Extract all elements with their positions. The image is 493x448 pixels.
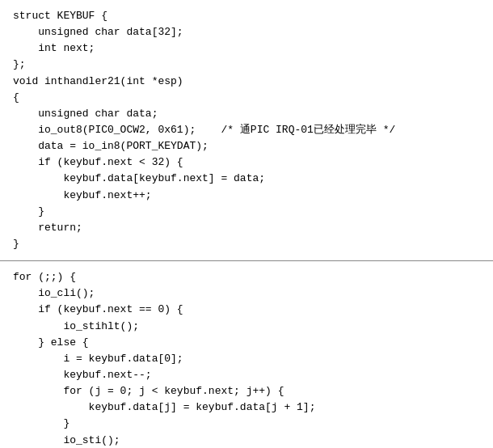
top-code-block: struct KEYBUF { unsigned char data[32]; … (0, 0, 493, 261)
bottom-code-block: for (;;) { io_cli(); if (keybuf.next == … (0, 261, 493, 448)
code-line: struct KEYBUF { (13, 8, 480, 24)
code-line: { (13, 90, 480, 106)
code-line: if (keybuf.next < 32) { (13, 154, 480, 171)
code-line: if (keybuf.next == 0) { (13, 302, 480, 318)
code-line: i = keybuf.data[0]; (13, 351, 480, 367)
code-line: }; (13, 57, 480, 73)
code-line: keybuf.data[keybuf.next] = data; (13, 171, 480, 187)
code-line: int next; (13, 40, 480, 57)
code-line: return; (13, 220, 480, 236)
top-code-lines: struct KEYBUF { unsigned char data[32]; … (13, 8, 480, 252)
bottom-code-lines: for (;;) { io_cli(); if (keybuf.next == … (13, 269, 480, 448)
code-line: data = io_in8(PORT_KEYDAT); (13, 138, 480, 154)
code-line: } (13, 416, 480, 432)
code-line: io_sti(); (13, 433, 480, 448)
code-line: keybuf.data[j] = keybuf.data[j + 1]; (13, 399, 480, 416)
code-line: void inthandler21(int *esp) (13, 74, 480, 90)
code-line: keybuf.next--; (13, 367, 480, 383)
code-line: } (13, 204, 480, 220)
code-line: unsigned char data; (13, 106, 480, 122)
code-line: for (;;) { (13, 269, 480, 285)
code-line: keybuf.next++; (13, 188, 480, 204)
code-container: struct KEYBUF { unsigned char data[32]; … (0, 0, 493, 448)
code-line: unsigned char data[32]; (13, 24, 480, 40)
code-line: } (13, 236, 480, 252)
code-line: for (j = 0; j < keybuf.next; j++) { (13, 383, 480, 399)
code-line: io_out8(PIC0_OCW2, 0x61); /* 通PIC IRQ-01… (13, 122, 480, 138)
code-line: } else { (13, 335, 480, 351)
code-line: io_stihlt(); (13, 319, 480, 335)
code-line: io_cli(); (13, 285, 480, 302)
